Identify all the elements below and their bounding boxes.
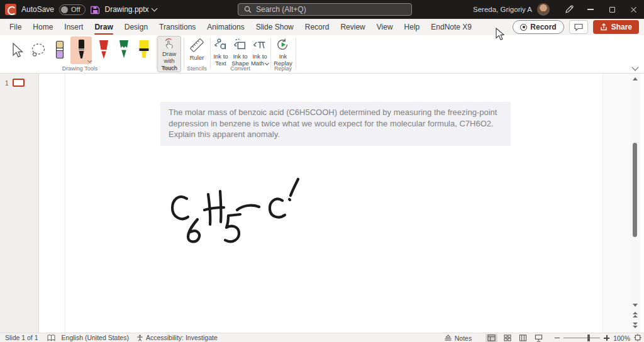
tab-transitions[interactable]: Transitions bbox=[153, 19, 201, 35]
minimize-button[interactable] bbox=[580, 0, 601, 19]
slide-indicator[interactable]: Slide 1 of 1 bbox=[5, 334, 38, 341]
fit-to-window-icon bbox=[634, 334, 641, 341]
group-drawing-tools: Drawing Tools bbox=[5, 35, 155, 73]
slide-thumbnail-panel: 1 bbox=[0, 74, 39, 333]
black-pen-tool[interactable] bbox=[70, 36, 92, 64]
save-icon[interactable] bbox=[91, 5, 100, 14]
comments-button[interactable] bbox=[569, 20, 588, 34]
group-convert: Ink to Text Ink to Shape Ink to Math Con… bbox=[211, 35, 269, 73]
autosave-label: AutoSave bbox=[21, 5, 54, 14]
comment-icon bbox=[574, 23, 583, 31]
group-label-replay: Replay bbox=[272, 65, 294, 72]
title-bar: AutoSave Off Drawing.pptx Search (Alt+Q)… bbox=[0, 0, 644, 19]
tab-view[interactable]: View bbox=[371, 19, 399, 35]
accessibility-icon bbox=[136, 334, 143, 341]
autosave-toggle[interactable]: Off bbox=[59, 4, 85, 15]
tab-help[interactable]: Help bbox=[399, 19, 426, 35]
group-label-drawing-tools: Drawing Tools bbox=[5, 65, 155, 72]
zoom-in-button[interactable] bbox=[604, 335, 609, 341]
accessibility-checker[interactable]: Accessibility: Investigate bbox=[136, 334, 218, 341]
pen-mode-icon[interactable] bbox=[558, 0, 580, 19]
spellcheck-button[interactable] bbox=[47, 334, 55, 341]
question-text-block[interactable]: The molar mass of benzoic acid (C6H5COOH… bbox=[160, 102, 511, 146]
chevron-down-icon bbox=[265, 61, 269, 65]
green-pen-tool[interactable] bbox=[114, 36, 133, 64]
pen-options-chevron-icon[interactable] bbox=[87, 58, 92, 63]
language-selector[interactable]: English (United States) bbox=[62, 334, 129, 341]
group-label-convert: Convert bbox=[211, 65, 269, 72]
group-label-stencils: Stencils bbox=[185, 65, 209, 72]
tab-slide-show[interactable]: Slide Show bbox=[250, 19, 299, 35]
ink-to-math-icon bbox=[253, 38, 267, 52]
powerpoint-window: AutoSave Off Drawing.pptx Search (Alt+Q)… bbox=[0, 0, 644, 342]
normal-view-button[interactable] bbox=[486, 334, 497, 342]
red-pen-tool[interactable] bbox=[94, 36, 113, 64]
zoom-slider[interactable] bbox=[564, 338, 600, 339]
reading-view-button[interactable] bbox=[517, 334, 529, 342]
slide-sorter-icon bbox=[504, 334, 511, 341]
toggle-knob-icon bbox=[61, 6, 68, 13]
group-replay: Ink Replay Replay bbox=[272, 35, 294, 73]
next-slide-icon[interactable] bbox=[633, 323, 638, 328]
tab-animations[interactable]: Animations bbox=[201, 19, 250, 35]
close-button[interactable] bbox=[623, 0, 644, 19]
close-icon bbox=[630, 6, 637, 13]
search-placeholder: Search (Alt+Q) bbox=[256, 5, 306, 14]
autosave-state: Off bbox=[71, 6, 80, 13]
scroll-up-icon[interactable] bbox=[633, 77, 638, 80]
reading-view-icon bbox=[519, 334, 527, 341]
previous-slide-icon[interactable] bbox=[633, 312, 638, 317]
slide-right-edge bbox=[602, 74, 603, 333]
canvas-right-margin bbox=[603, 74, 630, 333]
scroll-down-icon[interactable] bbox=[633, 304, 638, 307]
record-button[interactable]: Record bbox=[513, 20, 564, 34]
search-icon bbox=[244, 6, 252, 13]
minimize-icon bbox=[587, 9, 594, 9]
notes-icon bbox=[444, 334, 452, 341]
chevron-down-icon bbox=[151, 6, 157, 12]
scrollbar-thumb[interactable] bbox=[633, 143, 637, 237]
group-separator bbox=[210, 38, 211, 69]
tab-endnote[interactable]: EndNote X9 bbox=[425, 19, 477, 35]
slide-show-button[interactable] bbox=[533, 334, 545, 342]
fit-slide-button[interactable] bbox=[634, 334, 641, 342]
ribbon-tab-row: File Home Insert Draw Design Transitions… bbox=[0, 19, 644, 35]
zoom-level[interactable]: 100% bbox=[613, 334, 630, 342]
touch-hand-icon bbox=[162, 38, 176, 49]
slide-thumbnail[interactable] bbox=[13, 79, 25, 87]
share-button[interactable]: Share bbox=[593, 20, 639, 34]
zoom-out-button[interactable] bbox=[555, 338, 560, 339]
select-tool[interactable] bbox=[8, 36, 26, 64]
slide-thumbnail-number: 1 bbox=[5, 80, 9, 87]
slide-show-icon bbox=[535, 334, 543, 342]
lasso-select-tool[interactable] bbox=[29, 36, 48, 64]
record-icon bbox=[520, 24, 527, 31]
slide-sorter-view-button[interactable] bbox=[501, 334, 513, 342]
tab-home[interactable]: Home bbox=[27, 19, 58, 35]
vertical-scrollbar[interactable] bbox=[630, 74, 640, 333]
tab-insert[interactable]: Insert bbox=[58, 19, 89, 35]
powerpoint-app-icon[interactable] bbox=[5, 4, 16, 15]
avatar[interactable] bbox=[537, 3, 550, 16]
group-separator bbox=[270, 38, 271, 69]
slide-editing-area[interactable]: 1 The molar mass of benzoic acid (C6H5CO… bbox=[0, 74, 644, 333]
ink-replay-icon bbox=[276, 38, 290, 52]
tab-file[interactable]: File bbox=[4, 19, 27, 35]
tab-design[interactable]: Design bbox=[119, 19, 153, 35]
search-input[interactable]: Search (Alt+Q) bbox=[238, 3, 412, 16]
normal-view-icon bbox=[487, 334, 496, 341]
proofing-book-icon bbox=[47, 334, 55, 341]
zoom-slider-handle[interactable] bbox=[587, 334, 590, 341]
group-stencils: Ruler Stencils bbox=[185, 35, 209, 73]
document-title[interactable]: Drawing.pptx bbox=[105, 5, 157, 14]
tab-draw[interactable]: Draw bbox=[89, 19, 118, 35]
tab-record[interactable]: Record bbox=[299, 19, 335, 35]
question-text: The molar mass of benzoic acid (C6H5COOH… bbox=[169, 108, 497, 139]
tab-review[interactable]: Review bbox=[335, 19, 370, 35]
eraser-tool[interactable] bbox=[50, 36, 69, 64]
ribbon: Drawing Tools Draw with Touch Touch Rule… bbox=[0, 35, 644, 74]
yellow-highlighter-tool[interactable] bbox=[135, 36, 153, 64]
collapse-ribbon-icon[interactable] bbox=[631, 63, 638, 70]
notes-button[interactable]: Notes bbox=[444, 334, 472, 342]
restore-button[interactable] bbox=[601, 0, 623, 19]
